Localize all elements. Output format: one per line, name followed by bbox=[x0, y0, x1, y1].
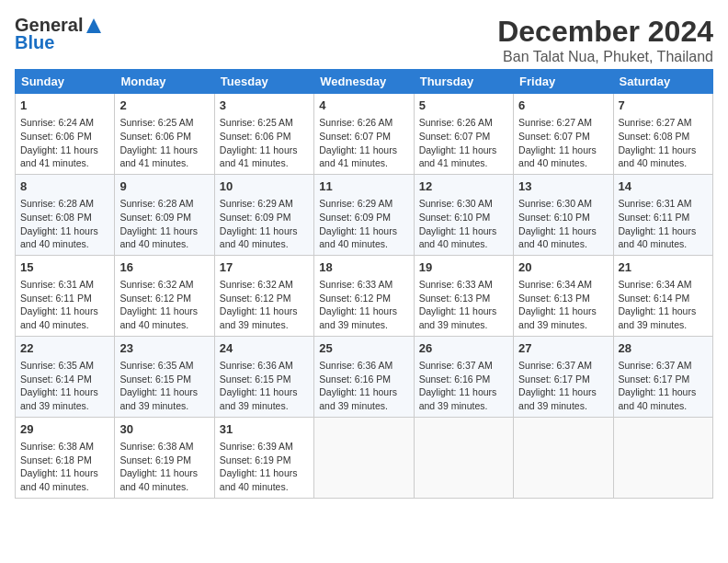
calendar-cell: 16Sunrise: 6:32 AMSunset: 6:12 PMDayligh… bbox=[115, 255, 214, 336]
day-number: 6 bbox=[518, 98, 608, 114]
sunset-text: Sunset: 6:07 PM bbox=[518, 131, 590, 142]
calendar-cell: 29Sunrise: 6:38 AMSunset: 6:18 PMDayligh… bbox=[16, 417, 115, 498]
calendar-cell: 21Sunrise: 6:34 AMSunset: 6:14 PMDayligh… bbox=[613, 255, 712, 336]
daylight-label: Daylight: 11 hours and 39 minutes. bbox=[220, 305, 298, 330]
daylight-label: Daylight: 11 hours and 39 minutes. bbox=[419, 386, 497, 411]
day-number: 17 bbox=[220, 259, 309, 276]
daylight-label: Daylight: 11 hours and 39 minutes. bbox=[220, 386, 298, 411]
sunrise-text: Sunrise: 6:35 AM bbox=[119, 360, 193, 371]
sunrise-text: Sunrise: 6:34 AM bbox=[518, 279, 592, 290]
day-number: 3 bbox=[220, 98, 309, 114]
calendar-cell: 4Sunrise: 6:26 AMSunset: 6:07 PMDaylight… bbox=[314, 94, 414, 175]
calendar-cell: 22Sunrise: 6:35 AMSunset: 6:14 PMDayligh… bbox=[16, 336, 115, 417]
sunset-text: Sunset: 6:16 PM bbox=[319, 373, 391, 385]
sunrise-text: Sunrise: 6:35 AM bbox=[20, 360, 94, 371]
sunset-text: Sunset: 6:10 PM bbox=[419, 212, 491, 223]
daylight-label: Daylight: 11 hours and 40 minutes. bbox=[20, 225, 98, 250]
day-number: 30 bbox=[119, 421, 209, 438]
calendar-cell: 30Sunrise: 6:38 AMSunset: 6:19 PMDayligh… bbox=[115, 417, 214, 498]
svg-marker-0 bbox=[86, 18, 101, 33]
day-number: 29 bbox=[20, 421, 109, 438]
sunset-text: Sunset: 6:08 PM bbox=[20, 212, 92, 223]
sunset-text: Sunset: 6:15 PM bbox=[220, 373, 291, 385]
weekday-friday: Friday bbox=[514, 70, 613, 94]
daylight-label: Daylight: 11 hours and 40 minutes. bbox=[518, 144, 597, 169]
daylight-label: Daylight: 11 hours and 39 minutes. bbox=[619, 305, 697, 330]
location-title: Ban Talat Nua, Phuket, Thailand bbox=[497, 49, 713, 65]
logo: General Blue bbox=[15, 15, 103, 53]
logo-blue: Blue bbox=[15, 32, 54, 53]
calendar-cell: 10Sunrise: 6:29 AMSunset: 6:09 PMDayligh… bbox=[214, 174, 313, 255]
sunrise-text: Sunrise: 6:33 AM bbox=[319, 279, 392, 290]
calendar-cell bbox=[414, 417, 513, 498]
sunset-text: Sunset: 6:12 PM bbox=[319, 293, 391, 304]
daylight-label: Daylight: 11 hours and 40 minutes. bbox=[419, 225, 497, 250]
daylight-label: Daylight: 11 hours and 40 minutes. bbox=[619, 144, 697, 169]
sunrise-text: Sunrise: 6:37 AM bbox=[419, 360, 493, 371]
daylight-label: Daylight: 11 hours and 39 minutes. bbox=[20, 386, 98, 411]
calendar-week-5: 29Sunrise: 6:38 AMSunset: 6:18 PMDayligh… bbox=[16, 417, 713, 498]
day-number: 9 bbox=[119, 178, 209, 195]
daylight-label: Daylight: 11 hours and 41 minutes. bbox=[319, 144, 397, 169]
sunset-text: Sunset: 6:11 PM bbox=[619, 212, 690, 223]
sunrise-text: Sunrise: 6:38 AM bbox=[119, 441, 193, 452]
sunrise-text: Sunrise: 6:31 AM bbox=[619, 198, 692, 209]
calendar-week-4: 22Sunrise: 6:35 AMSunset: 6:14 PMDayligh… bbox=[16, 336, 713, 417]
sunset-text: Sunset: 6:19 PM bbox=[119, 454, 191, 465]
day-number: 28 bbox=[619, 340, 708, 357]
calendar-cell: 23Sunrise: 6:35 AMSunset: 6:15 PMDayligh… bbox=[115, 336, 214, 417]
daylight-label: Daylight: 11 hours and 39 minutes. bbox=[419, 305, 497, 330]
day-number: 25 bbox=[319, 340, 408, 357]
calendar-cell bbox=[514, 417, 613, 498]
sunrise-text: Sunrise: 6:24 AM bbox=[20, 117, 94, 128]
sunset-text: Sunset: 6:09 PM bbox=[220, 212, 291, 223]
sunrise-text: Sunrise: 6:26 AM bbox=[419, 117, 493, 128]
day-number: 15 bbox=[20, 259, 109, 276]
month-title: December 2024 bbox=[497, 15, 713, 49]
day-number: 12 bbox=[419, 178, 508, 195]
day-number: 20 bbox=[518, 259, 608, 276]
calendar-cell: 27Sunrise: 6:37 AMSunset: 6:17 PMDayligh… bbox=[514, 336, 613, 417]
daylight-label: Daylight: 11 hours and 39 minutes. bbox=[319, 305, 397, 330]
calendar-cell: 15Sunrise: 6:31 AMSunset: 6:11 PMDayligh… bbox=[16, 255, 115, 336]
sunrise-text: Sunrise: 6:28 AM bbox=[119, 198, 193, 209]
daylight-label: Daylight: 11 hours and 40 minutes. bbox=[518, 225, 597, 250]
sunrise-text: Sunrise: 6:38 AM bbox=[20, 441, 94, 452]
daylight-label: Daylight: 11 hours and 39 minutes. bbox=[319, 386, 397, 411]
sunrise-text: Sunrise: 6:29 AM bbox=[319, 198, 392, 209]
sunset-text: Sunset: 6:14 PM bbox=[20, 373, 92, 385]
day-number: 16 bbox=[119, 259, 209, 276]
sunrise-text: Sunrise: 6:30 AM bbox=[518, 198, 592, 209]
daylight-label: Daylight: 11 hours and 41 minutes. bbox=[220, 144, 298, 169]
sunset-text: Sunset: 6:13 PM bbox=[419, 293, 491, 304]
title-area: December 2024 Ban Talat Nua, Phuket, Tha… bbox=[497, 15, 713, 65]
day-number: 27 bbox=[518, 340, 608, 357]
sunset-text: Sunset: 6:06 PM bbox=[20, 131, 92, 142]
calendar-cell: 19Sunrise: 6:33 AMSunset: 6:13 PMDayligh… bbox=[414, 255, 513, 336]
sunset-text: Sunset: 6:06 PM bbox=[119, 131, 191, 142]
calendar-cell: 1Sunrise: 6:24 AMSunset: 6:06 PMDaylight… bbox=[16, 94, 115, 175]
day-number: 22 bbox=[20, 340, 109, 357]
calendar-cell: 24Sunrise: 6:36 AMSunset: 6:15 PMDayligh… bbox=[214, 336, 313, 417]
weekday-sunday: Sunday bbox=[16, 70, 115, 94]
sunset-text: Sunset: 6:10 PM bbox=[518, 212, 590, 223]
page-header: General Blue December 2024 Ban Talat Nua… bbox=[15, 15, 713, 65]
sunset-text: Sunset: 6:16 PM bbox=[419, 373, 491, 385]
day-number: 1 bbox=[20, 98, 109, 114]
sunrise-text: Sunrise: 6:37 AM bbox=[518, 360, 592, 371]
calendar-cell: 2Sunrise: 6:25 AMSunset: 6:06 PMDaylight… bbox=[115, 94, 214, 175]
sunset-text: Sunset: 6:09 PM bbox=[319, 212, 391, 223]
weekday-header-row: SundayMondayTuesdayWednesdayThursdayFrid… bbox=[16, 70, 713, 94]
daylight-label: Daylight: 11 hours and 41 minutes. bbox=[20, 144, 98, 169]
sunrise-text: Sunrise: 6:33 AM bbox=[419, 279, 493, 290]
calendar-cell: 25Sunrise: 6:36 AMSunset: 6:16 PMDayligh… bbox=[314, 336, 414, 417]
day-number: 10 bbox=[220, 178, 309, 195]
day-number: 5 bbox=[419, 98, 508, 114]
weekday-monday: Monday bbox=[115, 70, 214, 94]
sunset-text: Sunset: 6:18 PM bbox=[20, 454, 92, 465]
daylight-label: Daylight: 11 hours and 41 minutes. bbox=[419, 144, 497, 169]
calendar-cell bbox=[613, 417, 712, 498]
day-number: 13 bbox=[518, 178, 608, 195]
sunset-text: Sunset: 6:17 PM bbox=[518, 373, 590, 385]
sunset-text: Sunset: 6:06 PM bbox=[220, 131, 291, 142]
